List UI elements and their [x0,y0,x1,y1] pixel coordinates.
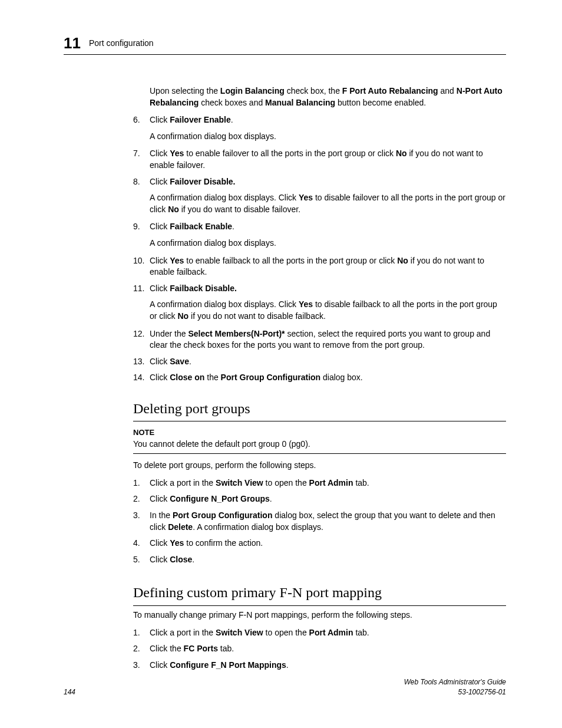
section-c-lead: To manually change primary F-N port mapp… [133,610,506,621]
step-body: Click a port in the Switch View to open … [150,627,506,639]
step-body: Click Close. [150,554,506,566]
footer-docnum: 53-1002756-01 [458,688,506,696]
step-number: 10. [133,255,150,278]
step-body: Click Failover Disable. [150,176,506,188]
step-body: Click Save. [150,356,506,368]
step: 14.Click Close on the Port Group Configu… [133,372,506,384]
step: 13.Click Save. [133,356,506,368]
step-body: Under the Select Members(N-Port)* sectio… [150,328,506,351]
step-body: Click Failback Enable. [150,221,506,233]
section-b-lead: To delete port groups, perform the follo… [133,460,506,472]
chapter-title: Port configuration [89,38,154,51]
step-body: Click a port in the Switch View to open … [150,477,506,489]
step-number: 3. [133,510,150,533]
step-body: Click Yes to enable failover to all the … [150,148,506,171]
page-number: 144 [64,687,75,697]
intro-paragraph: Upon selecting the Login Balancing check… [150,85,506,108]
step-number: 2. [133,643,150,655]
step-body: Click Close on the Port Group Configurat… [150,372,506,384]
step-followup: A confirmation dialog box displays. [150,238,506,249]
content: Upon selecting the Login Balancing check… [133,85,506,671]
step: 12.Under the Select Members(N-Port)* sec… [133,328,506,351]
step-number: 12. [133,328,150,351]
steps-list-c: 1.Click a port in the Switch View to ope… [133,627,506,671]
steps-list-a: 6.Click Failover Enable.A confirmation d… [133,114,506,384]
step-number: 1. [133,477,150,489]
step-number: 8. [133,176,150,188]
step: 10.Click Yes to enable failback to all t… [133,255,506,278]
step-number: 9. [133,221,150,233]
step-number: 2. [133,493,150,505]
steps-list-b: 1.Click a port in the Switch View to ope… [133,477,506,566]
step: 8.Click Failover Disable. [133,176,506,188]
step-body: Click Failover Enable. [150,114,506,126]
section-heading-defining: Defining custom primary F-N port mapping [133,583,506,606]
step-body: Click Yes to confirm the action. [150,538,506,549]
chapter-number: 11 [64,35,81,51]
step-followup: A confirmation dialog box displays. [150,131,506,143]
note-label: NOTE [133,427,506,438]
footer-right: Web Tools Administrator's Guide 53-10027… [404,677,506,697]
step: 2.Click the FC Ports tab. [133,643,506,655]
step-number: 6. [133,114,150,126]
step-number: 7. [133,148,150,171]
page-footer: 144 Web Tools Administrator's Guide 53-1… [64,677,506,697]
step-number: 11. [133,283,150,295]
step-body: Click Yes to enable failback to all the … [150,255,506,278]
step: 2.Click Configure N_Port Groups. [133,493,506,505]
step-followup: A confirmation dialog box displays. Clic… [150,192,506,215]
step: 5.Click Close. [133,554,506,566]
step-followup: A confirmation dialog box displays. Clic… [150,299,506,322]
step-number: 13. [133,356,150,368]
step-number: 4. [133,538,150,549]
step: 6.Click Failover Enable. [133,114,506,126]
step: 3.In the Port Group Configuration dialog… [133,510,506,533]
step: 11.Click Failback Disable. [133,283,506,295]
page-header: 11 Port configuration [64,35,506,55]
step: 4.Click Yes to confirm the action. [133,538,506,549]
step: 3.Click Configure F_N Port Mappings. [133,660,506,671]
step-number: 14. [133,372,150,384]
step-number: 1. [133,627,150,639]
note-body: You cannot delete the default port group… [133,439,506,454]
step-number: 3. [133,660,150,671]
step-body: Click Configure F_N Port Mappings. [150,660,506,671]
step: 7.Click Yes to enable failover to all th… [133,148,506,171]
step-body: Click Failback Disable. [150,283,506,295]
step-body: Click Configure N_Port Groups. [150,493,506,505]
section-heading-deleting: Deleting port groups [133,399,506,422]
step: 1.Click a port in the Switch View to ope… [133,477,506,489]
step: 9.Click Failback Enable. [133,221,506,233]
step-body: Click the FC Ports tab. [150,643,506,655]
step-number: 5. [133,554,150,566]
step-body: In the Port Group Configuration dialog b… [150,510,506,533]
footer-title: Web Tools Administrator's Guide [404,678,506,686]
page: 11 Port configuration Upon selecting the… [0,0,562,728]
step: 1.Click a port in the Switch View to ope… [133,627,506,639]
